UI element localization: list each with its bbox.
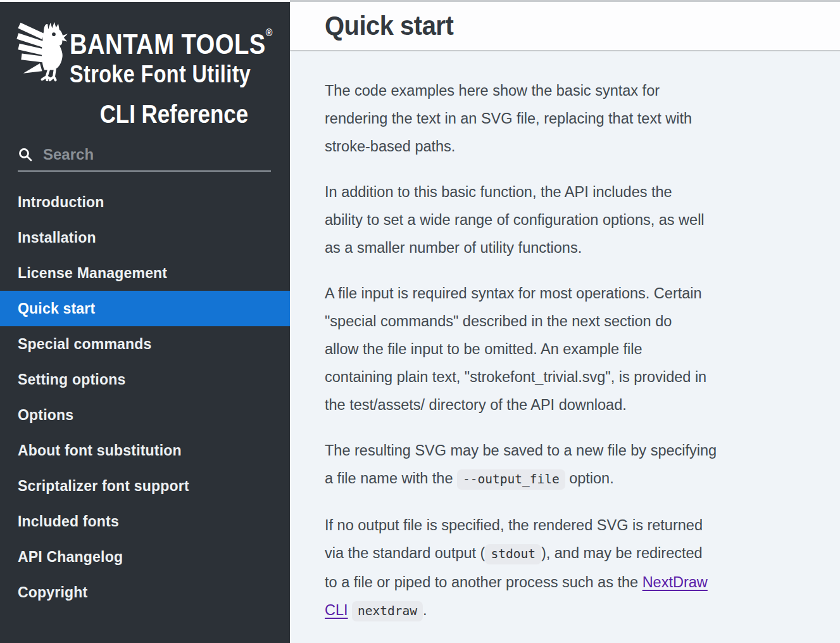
- brand-subtitle: Stroke Font Utility: [70, 60, 279, 88]
- page-content: The code examples here show the basic sy…: [290, 51, 840, 643]
- sidebar-item-about-font-substitution[interactable]: About font substitution: [0, 433, 290, 468]
- search: [18, 144, 271, 172]
- paragraph: A file input is required syntax for most…: [325, 279, 808, 419]
- brand-title: BANTAM TOOLS®: [70, 17, 279, 60]
- bantam-rooster-logo: [12, 17, 68, 86]
- brand-masthead: BANTAM TOOLS® Stroke Font Utility CLI Re…: [0, 2, 290, 136]
- app: BANTAM TOOLS® Stroke Font Utility CLI Re…: [0, 0, 840, 643]
- search-input[interactable]: [43, 146, 271, 163]
- sidebar-item-scriptalizer-font-support[interactable]: Scriptalizer font support: [0, 468, 290, 504]
- paragraph: The resulting SVG may be saved to a new …: [325, 436, 808, 493]
- registered-mark: ®: [266, 27, 273, 39]
- sidebar-item-installation[interactable]: Installation: [0, 220, 290, 255]
- sidebar-item-options[interactable]: Options: [0, 397, 290, 433]
- brand-product: CLI Reference: [70, 99, 279, 129]
- inline-code: stdout: [485, 544, 541, 564]
- paragraph: The code examples here show the basic sy…: [325, 77, 808, 160]
- sidebar-item-copyright[interactable]: Copyright: [0, 575, 290, 610]
- inline-code: nextdraw: [352, 601, 423, 621]
- main-column: Quick start The code examples here show …: [290, 0, 840, 643]
- paragraph: If no output file is specified, the rend…: [325, 511, 808, 625]
- sidebar-item-setting-options[interactable]: Setting options: [0, 362, 290, 397]
- sidebar-item-introduction[interactable]: Introduction: [0, 184, 290, 220]
- page-header: Quick start: [290, 0, 840, 51]
- sidebar-item-license-management[interactable]: License Management: [0, 255, 290, 291]
- inline-code: --output_file: [457, 469, 565, 490]
- page-title: Quick start: [325, 11, 453, 41]
- sidebar-item-api-changelog[interactable]: API Changelog: [0, 539, 290, 575]
- paragraph: In addition to this basic function, the …: [325, 178, 808, 262]
- magnifier-icon: [18, 147, 33, 162]
- sidebar-item-quick-start[interactable]: Quick start: [0, 291, 290, 326]
- sidebar: BANTAM TOOLS® Stroke Font Utility CLI Re…: [0, 0, 290, 643]
- sidebar-nav: IntroductionInstallationLicense Manageme…: [0, 184, 290, 610]
- sidebar-item-included-fonts[interactable]: Included fonts: [0, 504, 290, 539]
- sidebar-item-special-commands[interactable]: Special commands: [0, 326, 290, 362]
- brand-text: BANTAM TOOLS® Stroke Font Utility CLI Re…: [70, 17, 279, 129]
